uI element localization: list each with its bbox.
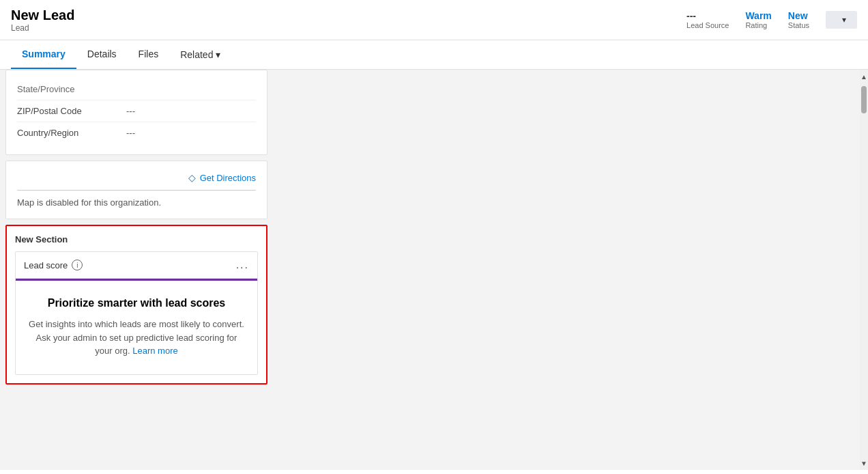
country-value: --- [126,128,135,138]
chevron-down-icon: ▾ [842,15,846,25]
zip-value: --- [126,106,135,116]
map-card: ◇ Get Directions Map is disabled for thi… [5,161,267,219]
warm-rating-field: Warm Rating [745,10,771,29]
address-card: State/Province ZIP/Postal Code --- Count… [5,70,267,155]
new-status-label: Status [788,21,809,29]
main-content: State/Province ZIP/Postal Code --- Count… [0,70,868,470]
info-icon[interactable]: i [72,260,83,270]
action-button[interactable]: ▾ [826,11,857,29]
zip-row: ZIP/Postal Code --- [17,100,256,122]
lead-score-label: Lead score [24,260,68,270]
map-disabled-text: Map is disabled for this organization. [17,197,256,208]
country-label: Country/Region [17,128,126,138]
lead-score-title-block: Lead score i [24,260,83,270]
related-chevron-icon: ▾ [216,49,220,60]
right-scrollbar: ▲ ▼ [860,70,868,470]
tab-files[interactable]: Files [128,40,170,69]
new-status-value[interactable]: New [788,10,808,21]
map-divider [17,190,256,191]
warm-rating-value[interactable]: Warm [745,10,771,21]
lead-score-promo-body: Get insights into which leads are most l… [27,318,246,358]
directions-icon: ◇ [188,172,196,183]
new-section-card: New Section Lead score i ... Prioritize … [5,225,267,385]
scrollbar-up-arrow[interactable]: ▲ [860,70,868,83]
new-status-field: New Status [788,10,809,29]
zip-label: ZIP/Postal Code [17,106,126,116]
tab-summary[interactable]: Summary [11,40,76,69]
country-row: Country/Region --- [17,122,256,143]
new-section-title: New Section [15,234,258,245]
state-province-partial: State/Province [17,81,256,100]
lead-score-header: Lead score i ... [16,252,257,279]
tab-related[interactable]: Related ▾ [169,41,231,68]
nav-tabs: Summary Details Files Related ▾ [0,40,868,70]
header-title-block: New Lead Lead [11,7,686,33]
page-header: New Lead Lead --- Lead Source Warm Ratin… [0,0,868,40]
lead-score-widget: Lead score i ... Prioritize smarter with… [15,251,258,375]
left-panel: State/Province ZIP/Postal Code --- Count… [0,70,273,470]
lead-source-label: Lead Source [686,21,729,29]
lead-score-promo-title: Prioritize smarter with lead scores [27,297,246,309]
warm-rating-label: Rating [745,21,767,29]
related-label: Related [180,49,213,60]
lead-score-body: Prioritize smarter with lead scores Get … [16,281,257,374]
right-panel: ▲ ▼ [273,70,868,470]
learn-more-link[interactable]: Learn more [132,346,177,356]
page-title: New Lead [11,7,686,23]
scrollbar-down-arrow[interactable]: ▼ [860,456,868,470]
lead-source-field: --- Lead Source [686,10,729,29]
tab-details[interactable]: Details [76,40,128,69]
scrollbar-thumb[interactable] [861,86,867,113]
get-directions-label: Get Directions [200,173,256,183]
header-fields: --- Lead Source Warm Rating New Status ▾ [686,10,857,29]
lead-source-value: --- [686,10,696,21]
more-options-icon[interactable]: ... [236,259,249,271]
page-subtitle: Lead [11,23,686,33]
get-directions-button[interactable]: ◇ Get Directions [17,172,256,183]
